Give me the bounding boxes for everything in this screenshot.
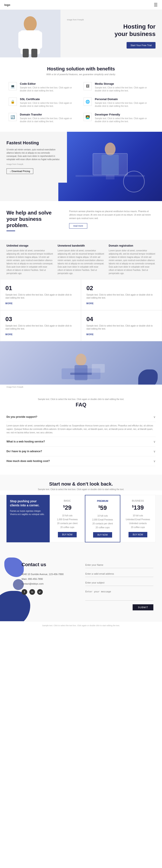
plan-price-basic: $29 [53, 504, 82, 511]
pricing-section: Stop pushing your clients into a corner.… [0, 495, 162, 551]
plan-price-business: $139 [124, 504, 152, 511]
feature-title-5: Developer Friendly [95, 113, 153, 116]
num-more-2[interactable]: MORE [86, 302, 94, 305]
faq-item-0[interactable]: Do you provide support? ∨ [6, 412, 156, 422]
col-text-1: Lorem ipsum dolor sit amet, consectetur … [58, 249, 105, 275]
download-pricing-button[interactable]: ↓ Download Pricing [6, 168, 33, 174]
svg-rect-5 [31, 49, 37, 57]
hosting-solution-subtitle: With a lot of powerful features, we guar… [9, 73, 153, 75]
num-text-2: Sample text. Click to select the text bo… [86, 293, 157, 300]
hero-title: Hosting for your business [115, 23, 156, 37]
feature-item-2: 🔒 SSL Certificate Sample text. Click to … [9, 97, 78, 108]
faq-item-1[interactable]: What is a web hosting service? ∨ [6, 437, 156, 446]
svg-point-16 [76, 353, 86, 366]
hero-img-credit: Image from Freepik [67, 19, 84, 21]
svg-point-9 [105, 143, 116, 156]
chevron-down-icon-0: ∨ [153, 415, 156, 418]
num-4: 04 [86, 316, 157, 322]
pricing-promo-title: Stop pushing your clients into a corner. [10, 499, 46, 507]
linkedin-icon[interactable]: in [29, 589, 35, 595]
pricing-promo-body: Fames ac turpis egestas integer. Viverra… [10, 509, 46, 516]
plan-features-business: 10 full cuts Unlimited Email Previews Un… [124, 514, 152, 529]
num-more-4[interactable]: MORE [86, 333, 94, 336]
plan-price-premium: $59 [88, 504, 117, 512]
col-text-2: Lorem ipsum dolor sit amet, consectetur … [109, 249, 156, 275]
num-text-1: Sample text. Click to select the text bo… [5, 293, 76, 300]
features-grid: 💻 Code Editor Sample text. Click to sele… [9, 82, 153, 123]
feature-text-5: Sample text. Click to select the text bo… [95, 117, 153, 123]
contact-submit-button[interactable]: SUBMIT [133, 604, 153, 610]
facebook-icon[interactable]: f [22, 589, 27, 595]
googleplus-icon[interactable]: g+ [37, 589, 43, 595]
faq-section: Sample text. Click to select the text bo… [0, 390, 162, 475]
contact-title: Contact us [22, 562, 77, 567]
start-now-subtitle: Sample text. Click to select the text bo… [6, 488, 156, 491]
fastest-hosting-section: Fastest Hosting Ut enim ad minim veniam,… [0, 132, 162, 201]
svg-rect-18 [70, 373, 92, 375]
footer-text: Sample text. Click to select the text bo… [42, 624, 120, 627]
faq-item-2[interactable]: Do I have to pay in advance? ∨ [6, 446, 156, 456]
buy-now-premium[interactable]: BUY NOW [93, 532, 112, 537]
fastest-img-credit: Image from Freepik [6, 163, 60, 165]
three-cols-section: Unlimited storage Lorem ipsum dolor sit … [0, 240, 162, 279]
svg-rect-4 [23, 49, 29, 57]
navbar: logo ☰ [0, 0, 162, 10]
plan-name-premium: PREMIUM [88, 500, 117, 502]
numbered-section: 01 Sample text. Click to select the text… [0, 279, 162, 390]
numbered-grid: 01 Sample text. Click to select the text… [0, 279, 162, 341]
feature-title-1: Media Storage [95, 82, 153, 85]
fastest-white-circle [123, 171, 145, 192]
chevron-down-icon-1: ∨ [153, 440, 156, 443]
feature-item-5: 👨‍💻 Developer Friendly Sample text. Clic… [84, 113, 153, 123]
num-image-placeholder [0, 341, 162, 384]
we-help-left: We help and solve your business problem. [6, 210, 63, 231]
fastest-person-illustration [58, 132, 162, 201]
col-item-1: Unmetered bandwidth Lorem ipsum dolor si… [58, 244, 105, 275]
buy-now-business[interactable]: BUY NOW [128, 532, 148, 537]
contact-email-input[interactable] [85, 571, 153, 577]
feature-title-2: SSL Certificate [20, 97, 78, 101]
plan-features-premium: 10 full cuts 2,000 Email Previews 20 con… [88, 514, 117, 530]
svg-rect-8 [106, 175, 115, 179]
num-3: 03 [5, 316, 76, 322]
pricing-promo: Stop pushing your clients into a corner.… [6, 495, 50, 542]
col-item-0: Unlimited storage Lorem ipsum dolor sit … [6, 244, 53, 275]
buy-now-basic[interactable]: BUY NOW [58, 532, 77, 537]
faq-item-3[interactable]: How much does web hosting cost? ∨ [6, 456, 156, 466]
numbered-img-credit: Image from Freepik [0, 384, 162, 390]
faq-title: FAQ [6, 402, 156, 408]
hero-person-illustration [6, 12, 54, 57]
num-more-3[interactable]: MORE [5, 333, 13, 336]
fastest-body: Ut enim ad minim veniam, quis nostrud ex… [6, 148, 60, 161]
fastest-title: Fastest Hosting [6, 141, 60, 145]
num-1: 01 [5, 285, 76, 292]
menu-icon[interactable]: ☰ [154, 2, 158, 7]
pricing-card-business: BUSINESS $139 10 full cuts Unlimited Ema… [120, 495, 156, 542]
we-help-title: We help and solve your business problem. [6, 210, 63, 228]
fastest-content: Fastest Hosting Ut enim ad minim veniam,… [0, 132, 67, 183]
feature-icon-4: 🔄 [9, 113, 17, 121]
col-title-1: Unmetered bandwidth [58, 244, 105, 247]
hosting-solution-section: Hosting solution with benefits With a lo… [0, 57, 162, 132]
contact-name-input[interactable] [85, 562, 153, 568]
read-more-button[interactable]: read more [69, 223, 87, 228]
faq-question-2: Do I have to pay in advance? [6, 450, 42, 453]
feature-item-1: 🖼 Media Storage Sample text. Click to se… [84, 82, 153, 92]
faq-answer-0: Lorem ipsum dolor sit amet, consectetur … [6, 422, 156, 437]
contact-subject-input[interactable] [85, 580, 153, 586]
num-more-1[interactable]: MORE [5, 302, 13, 305]
plan-name-basic: BASIC [53, 499, 82, 502]
nav-logo: logo [4, 3, 10, 6]
faq-label: Sample text. Click to select the text bo… [6, 398, 156, 400]
contact-message-input[interactable] [85, 588, 153, 600]
chevron-down-icon-2: ∨ [153, 450, 156, 453]
hero-content: Image from Freepik Hosting for your busi… [60, 10, 162, 57]
feature-text-4: Sample text. Click to select the text bo… [20, 117, 78, 123]
col-item-2: Domain registration Lorem ipsum dolor si… [109, 244, 156, 275]
chevron-down-icon-3: ∨ [153, 459, 156, 463]
we-help-right: Premium aenean pharetra magna as placera… [69, 210, 156, 228]
hero-cta-button[interactable]: Start Your Free Trial [127, 42, 156, 49]
plan-name-business: BUSINESS [124, 499, 152, 502]
num-image-area [0, 341, 162, 384]
feature-title-4: Domain Transfer [20, 113, 78, 116]
